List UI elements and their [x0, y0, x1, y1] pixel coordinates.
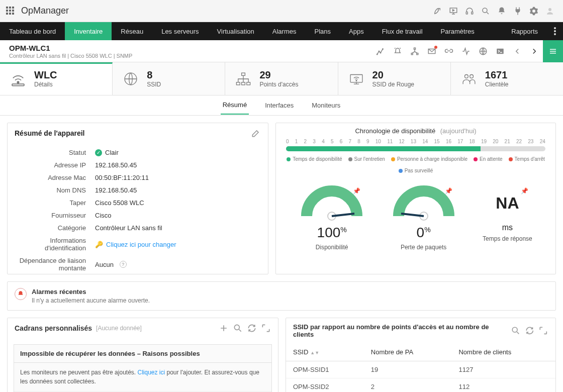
panel-title: Résumé de l'appareil [15, 129, 85, 137]
presentation-icon[interactable] [446, 4, 460, 18]
col-pa[interactable]: Nombre de PA [364, 343, 452, 361]
help-icon[interactable]: ? [120, 261, 127, 268]
label: Dépendance de liaison montante [15, 257, 95, 272]
gauge-unit: % [340, 226, 346, 234]
nav-apps[interactable]: Apps [340, 22, 373, 40]
mail-icon[interactable] [423, 43, 440, 60]
stat-clients[interactable]: 1671Clientèle [451, 62, 563, 95]
ssid-table: SSID▲▼ Nombre de PA Nombre de clients OP… [286, 343, 555, 392]
globe-icon[interactable] [475, 43, 492, 60]
apps-grid-icon[interactable] [6, 7, 15, 16]
svg-point-31 [234, 325, 239, 330]
plug-icon[interactable] [511, 4, 525, 18]
stat-label: Points d'accès [259, 81, 298, 88]
chevron-left-icon[interactable] [509, 43, 526, 60]
col-ssid[interactable]: SSID▲▼ [286, 343, 364, 361]
nav-inventory[interactable]: Inventaire [65, 22, 112, 40]
error-box: Impossible de récupérer les données – Ra… [14, 344, 272, 392]
gauge-unit: ms [483, 223, 532, 232]
label: Fournisseur [15, 212, 95, 219]
tab-summary[interactable]: Résumé [221, 96, 249, 115]
svg-point-26 [356, 80, 357, 81]
tab-monitors[interactable]: Moniteurs [310, 96, 342, 114]
svg-point-4 [548, 8, 551, 11]
gauge-value: NA [496, 194, 519, 213]
nav-servers[interactable]: Les serveurs [152, 22, 208, 40]
svg-rect-2 [472, 12, 473, 14]
label: Adresse Mac [15, 174, 95, 181]
value: Aucun [95, 261, 114, 268]
chevron-right-icon[interactable] [526, 43, 543, 60]
stat-value: 8 [147, 69, 161, 81]
brand-title: OpManager [21, 6, 69, 16]
stat-wlc[interactable]: WLCDétails [0, 62, 113, 95]
nav-dashboard[interactable]: Tableau de bord [0, 22, 65, 40]
stat-ssid[interactable]: 8SSID [113, 62, 225, 95]
stat-ap[interactable]: 29Points d'accès [225, 62, 338, 95]
table-row[interactable]: OPM-SSID22112 [286, 378, 555, 393]
headset-icon[interactable] [462, 4, 477, 18]
value: 192.168.50.45 [95, 186, 137, 194]
nav-virtualization[interactable]: Virtualisation [208, 22, 263, 40]
pin-icon[interactable]: 📌 [353, 187, 360, 194]
search-icon[interactable] [511, 326, 521, 336]
availability-panel: Chronologie de disponibilité (aujourd'hu… [275, 123, 556, 274]
label: Adresse IP [15, 161, 95, 169]
expand-icon[interactable] [538, 326, 548, 336]
topology-icon[interactable] [406, 43, 423, 60]
refresh-icon[interactable] [525, 326, 535, 336]
edit-icon[interactable] [251, 128, 261, 138]
pin-icon[interactable]: 📌 [445, 187, 452, 194]
panel-title: Chronologie de disponibilité [355, 127, 435, 135]
svg-point-9 [379, 51, 380, 52]
nav-settings[interactable]: Paramètres [432, 22, 484, 40]
alarms-message: Il n'y a actuellement aucune alarme ouve… [32, 297, 150, 304]
custom-dials-panel: Cadrans personnalisés [Aucune donnée] Im… [7, 318, 278, 392]
gauge-response: 📌 NA ms Temps de réponse [483, 183, 532, 251]
label: Catégorie [15, 224, 95, 232]
nav-more-icon[interactable] [547, 22, 563, 40]
alarm-bell-icon[interactable] [389, 43, 406, 60]
panel-title: Cadrans personnalisés [15, 324, 92, 332]
stat-value: 20 [372, 69, 414, 81]
stat-label: Détails [34, 81, 57, 88]
value: Cisco [95, 212, 112, 219]
svg-point-18 [17, 81, 19, 83]
nav-workflow[interactable]: Flux de travail [373, 22, 432, 40]
svg-point-27 [464, 74, 468, 78]
pin-icon[interactable]: 📌 [521, 187, 528, 194]
device-subtitle: Contrôleur LAN sans fil | Cisco 5508 WLC… [9, 53, 132, 59]
activity-icon[interactable] [457, 43, 475, 60]
link-icon[interactable] [440, 43, 457, 60]
stat-rogue[interactable]: 20SSID de Rouge [338, 62, 451, 95]
nav-network[interactable]: Réseau [112, 22, 152, 40]
bell-icon[interactable] [495, 4, 509, 18]
nav-alarms[interactable]: Alarmes [263, 22, 306, 40]
menu-toggle-button[interactable] [543, 40, 563, 62]
refresh-icon[interactable] [247, 323, 257, 333]
svg-rect-17 [497, 48, 504, 54]
gear-icon[interactable] [527, 4, 541, 18]
col-clients[interactable]: Nombre de clients [451, 343, 555, 361]
legend-item: Temps de disponibilité [287, 156, 342, 162]
add-monitors-link[interactable]: Cliquez ici [137, 369, 165, 376]
stat-value: 29 [259, 69, 298, 81]
svg-point-11 [383, 48, 384, 49]
rocket-icon[interactable] [430, 4, 444, 18]
legend-item: Personne à charge indisponible [391, 156, 467, 162]
user-avatar-icon[interactable] [543, 4, 557, 18]
change-credentials-link[interactable]: Cliquez ici pour changer [106, 241, 176, 248]
nav-plans[interactable]: Plans [305, 22, 340, 40]
legend-item: Pas surveillé [399, 168, 433, 173]
table-row[interactable]: OPM-SSID1191127 [286, 361, 555, 378]
gauge-value: 0 [417, 225, 425, 240]
terminal-icon[interactable] [492, 43, 509, 60]
plus-icon[interactable] [219, 323, 229, 333]
nav-reports[interactable]: Rapports [502, 22, 547, 40]
search-icon[interactable] [233, 323, 243, 333]
tab-interfaces[interactable]: Interfaces [263, 96, 296, 114]
timeline-hours: 0123456789101112131415161718192021222324 [286, 139, 545, 144]
chart-icon[interactable] [372, 43, 389, 60]
expand-icon[interactable] [261, 323, 271, 333]
search-icon[interactable] [479, 4, 493, 18]
